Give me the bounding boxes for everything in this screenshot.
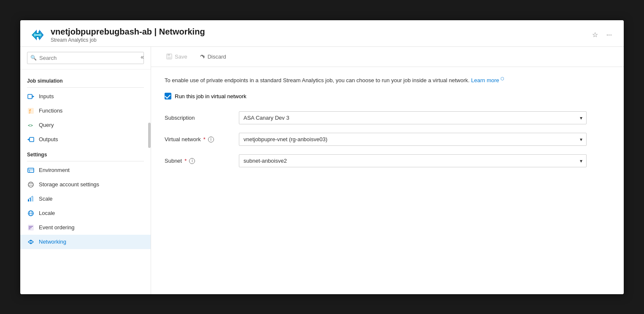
sidebar-item-scale-label: Scale — [39, 196, 53, 202]
run-in-vnet-checkbox[interactable] — [165, 93, 171, 99]
outputs-icon — [27, 136, 35, 143]
subnet-label: Subnet * i — [165, 158, 232, 164]
form-grid: Subscription ASA Canary Dev 3 ▾ Virtual — [165, 111, 587, 167]
header-actions: ☆ ··· — [590, 29, 614, 40]
save-button[interactable]: Save — [161, 51, 192, 62]
search-icon: 🔍 — [30, 55, 37, 61]
section-divider-1 — [27, 87, 144, 88]
subnet-select[interactable]: subnet-anboisve2 — [239, 154, 587, 167]
subnet-select-wrapper: subnet-anboisve2 ▾ — [239, 154, 587, 167]
job-simulation-section-label: Job simulation — [20, 73, 151, 86]
locale-icon — [27, 209, 35, 217]
section-divider-2 — [27, 161, 144, 161]
scrollbar[interactable] — [148, 123, 151, 148]
sidebar-item-ordering[interactable]: Event ordering — [20, 220, 151, 235]
virtual-network-select[interactable]: vnetjobpupre-vnet (rg-anboisve03) — [239, 133, 587, 146]
virtual-network-label: Virtual network * i — [165, 136, 232, 142]
sidebar-item-inputs[interactable]: Inputs — [20, 89, 151, 104]
settings-section-label: Settings — [20, 147, 151, 159]
subscription-row: Subscription ASA Canary Dev 3 ▾ — [165, 111, 587, 124]
virtual-network-select-wrapper: vnetjobpupre-vnet (rg-anboisve03) ▾ — [239, 133, 587, 146]
sidebar-item-functions[interactable]: ƒ Functions — [20, 104, 151, 118]
learn-more-link[interactable]: Learn more ⬡ — [471, 77, 504, 83]
subscription-select-wrapper: ASA Canary Dev 3 ▾ — [239, 111, 587, 124]
subscription-select[interactable]: ASA Canary Dev 3 — [239, 111, 587, 124]
sidebar-search-area: 🔍 « — [20, 47, 151, 70]
environment-icon — [27, 166, 35, 174]
svg-text:<>: <> — [28, 123, 33, 128]
header-title-block: vnetjobpuprebugbash-ab | Networking Stre… — [51, 27, 590, 43]
sidebar-nav: Job simulation Inputs — [20, 70, 151, 294]
virtual-network-info-icon[interactable]: i — [208, 137, 214, 142]
inputs-icon — [27, 93, 35, 100]
storage-icon — [27, 181, 35, 188]
svg-rect-3 — [28, 94, 32, 99]
sidebar-item-outputs-label: Outputs — [39, 136, 58, 142]
query-icon: <> — [27, 121, 35, 129]
info-text: To enable use of private endpoints in a … — [165, 75, 544, 85]
page-subtitle: Stream Analytics job — [51, 37, 590, 43]
app-logo — [30, 27, 46, 43]
svg-rect-14 — [32, 196, 33, 201]
more-options-button[interactable]: ··· — [605, 30, 614, 40]
content-area: Save Discard To enable use of private en… — [151, 47, 624, 294]
sidebar-item-inputs-label: Inputs — [39, 93, 54, 99]
subscription-label: Subscription — [165, 115, 232, 121]
sidebar-item-locale[interactable]: Locale — [20, 206, 151, 220]
sidebar-item-query[interactable]: <> Query — [20, 118, 151, 132]
subnet-row: Subnet * i subnet-anboisve2 ▾ — [165, 154, 587, 167]
discard-icon — [199, 54, 205, 59]
svg-rect-24 — [168, 56, 171, 59]
sidebar-item-ordering-label: Event ordering — [39, 224, 75, 231]
discard-button[interactable]: Discard — [194, 51, 231, 62]
save-icon — [166, 54, 172, 59]
svg-rect-23 — [168, 54, 170, 56]
subnet-info-icon[interactable]: i — [189, 158, 195, 164]
sidebar-item-functions-label: Functions — [39, 107, 62, 114]
main-window: vnetjobpuprebugbash-ab | Networking Stre… — [20, 20, 624, 294]
sidebar-item-storage[interactable]: Storage account settings — [20, 177, 151, 192]
sidebar-item-outputs[interactable]: Outputs — [20, 132, 151, 147]
favorite-button[interactable]: ☆ — [590, 29, 600, 40]
run-in-vnet-row: Run this job in virtual network — [165, 93, 610, 99]
functions-icon: ƒ — [27, 107, 35, 115]
subnet-required-star: * — [184, 158, 187, 164]
svg-rect-13 — [30, 198, 31, 201]
sidebar-item-scale[interactable]: Scale — [20, 192, 151, 206]
sidebar-item-environment[interactable]: Environment — [20, 163, 151, 177]
content-body: To enable use of private endpoints in a … — [151, 67, 624, 294]
sidebar-item-storage-label: Storage account settings — [39, 181, 99, 188]
virtual-network-row: Virtual network * i vnetjobpupre-vnet (r… — [165, 133, 587, 146]
sidebar-item-environment-label: Environment — [39, 167, 70, 173]
sidebar-item-query-label: Query — [39, 122, 54, 128]
networking-icon — [27, 238, 35, 246]
sidebar-item-networking[interactable]: Networking — [20, 235, 151, 249]
main-layout: 🔍 « Job simulation — [20, 47, 624, 294]
header: vnetjobpuprebugbash-ab | Networking Stre… — [20, 20, 624, 47]
external-link-icon: ⬡ — [501, 76, 504, 81]
toolbar: Save Discard — [151, 47, 624, 67]
ordering-icon — [27, 224, 35, 231]
svg-point-11 — [28, 182, 33, 187]
run-in-vnet-label: Run this job in virtual network — [175, 93, 246, 99]
sidebar-item-networking-label: Networking — [39, 239, 66, 245]
collapse-sidebar-button[interactable]: « — [137, 52, 147, 62]
svg-text:ƒ: ƒ — [29, 109, 31, 113]
svg-rect-7 — [30, 137, 34, 142]
scale-icon — [27, 195, 35, 203]
sidebar: 🔍 « Job simulation — [20, 47, 151, 294]
svg-rect-12 — [28, 199, 29, 201]
search-input[interactable] — [27, 52, 144, 64]
page-title: vnetjobpuprebugbash-ab | Networking — [51, 27, 590, 37]
virtual-network-required-star: * — [203, 136, 206, 142]
sidebar-item-locale-label: Locale — [39, 210, 55, 216]
svg-rect-8 — [28, 168, 34, 172]
